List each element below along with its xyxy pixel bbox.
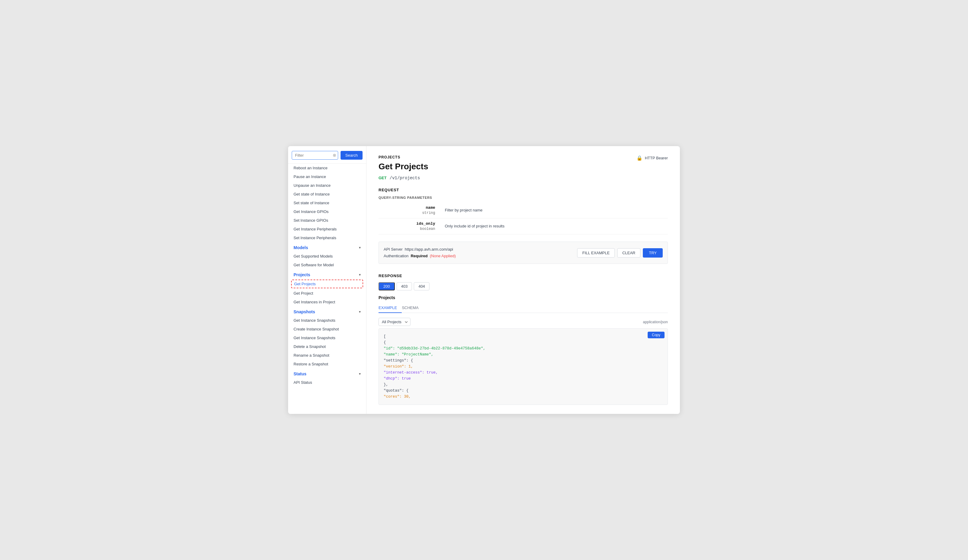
none-applied: (None Applied) [430, 253, 456, 258]
api-server-label: API Server [384, 247, 403, 252]
method-badge: GET [378, 176, 387, 180]
section-label: Projects [293, 272, 310, 277]
param-name: name [382, 205, 435, 210]
chevron-down-icon: ▾ [359, 372, 361, 376]
sidebar-nav: Reboot an InstancePause an InstanceUnpau… [288, 164, 366, 414]
status-codes: 200403404 [378, 282, 668, 290]
section-label: Status [293, 371, 307, 376]
api-server-bar: API Server https://app.avh.arm.com/api A… [378, 242, 668, 264]
filter-input-wrap: ⊗ [292, 151, 338, 160]
response-title: RESPONSE [378, 273, 668, 278]
param-desc: Only include id of project in results [439, 218, 668, 234]
sidebar-item[interactable]: Delete a Snapshot [288, 342, 366, 351]
sidebar-item[interactable]: Get Supported Models [288, 252, 366, 260]
chevron-down-icon: ▾ [359, 245, 361, 250]
param-type: boolean [420, 227, 435, 231]
sidebar-item[interactable]: Restore a Snapshot [288, 360, 366, 368]
sidebar-item[interactable]: Create Instance Snapshot [288, 325, 366, 333]
api-server-info: API Server https://app.avh.arm.com/api A… [384, 246, 456, 259]
top-items-group: Reboot an InstancePause an InstanceUnpau… [288, 164, 366, 242]
param-type: string [422, 211, 435, 215]
code-line: }, [384, 382, 663, 388]
sidebar-item[interactable]: Reboot an Instance [288, 164, 366, 172]
chevron-down-icon: ▾ [359, 310, 361, 314]
response-tab-example[interactable]: EXAMPLE [378, 303, 402, 313]
endpoint-line: GET /v1/projects [378, 176, 668, 181]
sidebar-item[interactable]: Get Instances in Project [288, 298, 366, 307]
code-line: "cores": 30, [384, 394, 663, 400]
code-line: { [384, 340, 663, 346]
status-code-404[interactable]: 404 [414, 282, 429, 290]
response-dropdown[interactable]: All Projects [378, 318, 411, 326]
auth-label: HTTP Bearer [645, 156, 668, 160]
sidebar: ⊗ Search Reboot an InstancePause an Inst… [288, 146, 366, 414]
endpoint-path: /v1/projects [390, 176, 420, 181]
params-title: QUERY-STRING PARAMETERS [378, 196, 668, 199]
section-header-projects[interactable]: Projects ▾ [288, 269, 366, 279]
params-section: QUERY-STRING PARAMETERS name string Filt… [378, 196, 668, 234]
page-title: Get Projects [378, 162, 668, 171]
param-row: name string Filter by project name [378, 202, 668, 219]
try-button[interactable]: TRY [643, 248, 663, 258]
sidebar-item[interactable]: Get Project [288, 289, 366, 298]
section-header-models[interactable]: Models ▾ [288, 242, 366, 252]
param-row: ids_only boolean Only include id of proj… [378, 218, 668, 234]
response-projects-title: Projects [378, 295, 668, 300]
response-tabs: EXAMPLESCHEMA [378, 303, 668, 313]
lock-icon: 🔒 [636, 155, 643, 161]
sidebar-item[interactable]: Unpause an Instance [288, 181, 366, 190]
code-line: "internet-access": true, [384, 369, 663, 376]
param-name: ids_only [382, 221, 435, 226]
params-table: name string Filter by project name ids_o… [378, 202, 668, 234]
sidebar-item[interactable]: Get Instance GPIOs [288, 207, 366, 216]
code-line: "quotas": { [384, 388, 663, 394]
request-title: REQUEST [378, 188, 668, 192]
auth-required-label: Authentication [384, 253, 408, 258]
code-line: "dhcp": true [384, 376, 663, 382]
code-line: "name": "ProjectName", [384, 351, 663, 358]
section-tag: PROJECTS [378, 155, 668, 159]
sidebar-item[interactable]: API Status [288, 378, 366, 387]
sidebar-item[interactable]: Get state of Instance [288, 190, 366, 199]
response-format-bar: All Projects application/json [378, 318, 668, 326]
copy-button[interactable]: Copy [648, 332, 665, 338]
response-section: RESPONSE 200403404 Projects EXAMPLESCHEM… [378, 273, 668, 405]
status-code-403[interactable]: 403 [396, 282, 412, 290]
auth-required-value: Required [411, 253, 428, 258]
sidebar-item[interactable]: Get Instance Snapshots [288, 316, 366, 325]
sidebar-top: ⊗ Search [288, 146, 366, 164]
section-header-snapshots[interactable]: Snapshots ▾ [288, 307, 366, 316]
filter-input[interactable] [292, 151, 338, 160]
auth-bar: 🔒 HTTP Bearer [636, 155, 668, 161]
sidebar-item[interactable]: Pause an Instance [288, 172, 366, 181]
sidebar-item[interactable]: Get Software for Model [288, 260, 366, 269]
main-content: 🔒 HTTP Bearer PROJECTS Get Projects GET … [366, 146, 680, 414]
section-label: Snapshots [293, 309, 315, 314]
sidebar-item[interactable]: Rename a Snapshot [288, 351, 366, 360]
section-header-status[interactable]: Status ▾ [288, 368, 366, 378]
fill-example-button[interactable]: FILL EXAMPLE [577, 248, 615, 258]
sidebar-item[interactable]: Get Instance Snapshots [288, 333, 366, 342]
code-line: "id": "d59db33d-27bd-4b22-878d-49e4758a6… [384, 346, 663, 351]
sidebar-item[interactable]: Set Instance GPIOs [288, 216, 366, 225]
search-button[interactable]: Search [341, 151, 363, 160]
code-line: "settings": { [384, 358, 663, 364]
format-label: application/json [643, 320, 668, 324]
sidebar-item[interactable]: Set state of Instance [288, 199, 366, 207]
code-block: Copy [ { "id": "d59db33d-27bd-4b22-878d-… [378, 328, 668, 405]
code-line: "version": 1, [384, 364, 663, 369]
response-tab-schema[interactable]: SCHEMA [402, 303, 423, 313]
code-content: [ { "id": "d59db33d-27bd-4b22-878d-49e47… [384, 333, 663, 400]
clear-button[interactable]: CLEAR [617, 248, 640, 258]
clear-filter-icon[interactable]: ⊗ [333, 153, 336, 157]
sidebar-item[interactable]: Set Instance Peripherals [288, 234, 366, 242]
chevron-down-icon: ▾ [359, 273, 361, 277]
sidebar-item[interactable]: Get Instance Peripherals [288, 225, 366, 234]
status-code-200[interactable]: 200 [378, 282, 395, 290]
section-label: Models [293, 245, 308, 250]
sidebar-item[interactable]: Get Projects [291, 280, 363, 288]
sections-container: Models ▾ Get Supported ModelsGet Softwar… [288, 242, 366, 387]
action-btns: FILL EXAMPLE CLEAR TRY [577, 248, 663, 258]
param-desc: Filter by project name [439, 202, 668, 219]
code-line: [ [384, 333, 663, 340]
